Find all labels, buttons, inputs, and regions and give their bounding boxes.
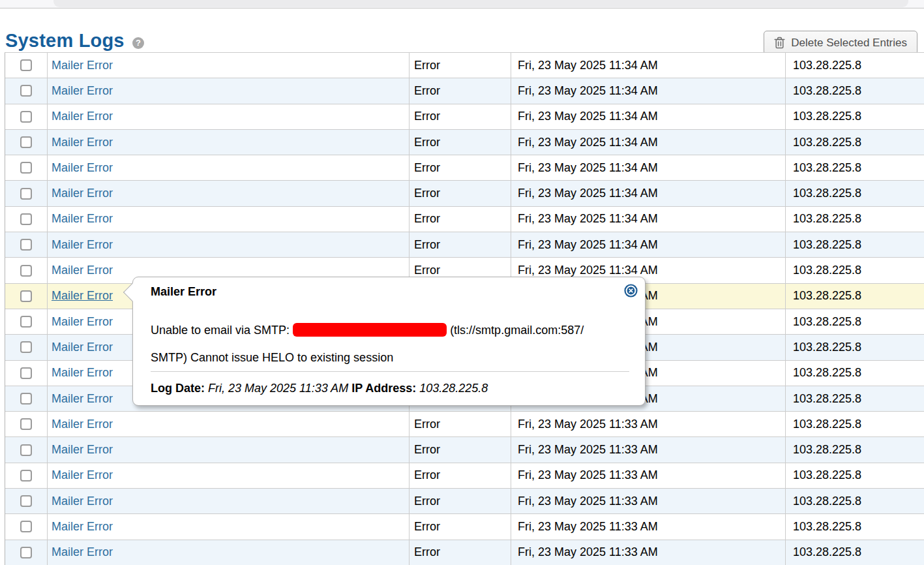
log-entry-link[interactable]: Mailer Error [52,341,113,354]
row-checkbox[interactable] [20,316,32,328]
log-entry-link[interactable]: Mailer Error [52,136,113,149]
log-name-cell: Mailer Error [48,53,410,78]
log-detail-popup: Mailer Error Unable to email via SMTP: (… [132,277,646,406]
delete-button-label: Delete Selected Entries [791,37,907,50]
log-date-cell: Fri, 23 May 2025 11:33 AM [511,463,786,488]
row-checkbox[interactable] [20,188,32,200]
log-entry-link[interactable]: Mailer Error [52,59,113,72]
log-entry-link[interactable]: Mailer Error [52,392,113,406]
row-checkbox[interactable] [20,393,32,405]
row-checkbox-cell [5,489,48,513]
row-checkbox-cell [5,540,48,565]
log-entry-link[interactable]: Mailer Error [52,418,113,431]
log-date-cell: Fri, 23 May 2025 11:33 AM [511,412,786,436]
row-checkbox-cell [5,463,48,488]
row-checkbox-cell [5,104,48,129]
log-ip-cell: 103.28.225.8 [786,104,924,129]
row-checkbox[interactable] [20,418,32,430]
log-entry-link[interactable]: Mailer Error [52,212,113,226]
row-checkbox[interactable] [20,213,32,225]
row-checkbox[interactable] [20,521,32,532]
ip-address-value: 103.28.225.8 [419,382,488,395]
log-type-cell: Error [410,130,511,155]
row-checkbox[interactable] [20,111,32,123]
log-date-cell: Fri, 23 May 2025 11:33 AM [511,540,786,565]
log-entry-link[interactable]: Mailer Error [52,110,113,123]
log-entry-link[interactable]: Mailer Error [52,187,113,200]
row-checkbox[interactable] [20,290,32,302]
page-header: System Logs ? Delete Selected Entries [0,9,924,52]
help-icon[interactable]: ? [132,37,144,49]
log-ip-cell: 103.28.225.8 [786,155,924,180]
popup-title: Mailer Error [151,284,629,299]
log-type-cell: Error [410,104,511,129]
log-name-cell: Mailer Error [48,130,410,155]
log-ip-cell: 103.28.225.8 [786,207,924,232]
delete-selected-entries-button[interactable]: Delete Selected Entries [764,31,917,55]
log-entry-link[interactable]: Mailer Error [52,161,113,175]
log-entry-link[interactable]: Mailer Error [52,366,113,380]
log-entry-link[interactable]: Mailer Error [52,315,113,329]
log-type-cell: Error [410,412,511,436]
log-ip-cell: 103.28.225.8 [786,309,924,334]
log-entry-link[interactable]: Mailer Error [52,520,113,534]
log-entry-link[interactable]: Mailer Error [52,443,113,457]
row-checkbox[interactable] [20,136,32,148]
log-type-cell: Error [410,540,511,565]
log-ip-cell: 103.28.225.8 [786,284,924,309]
log-entry-link[interactable]: Mailer Error [52,264,113,277]
row-checkbox[interactable] [20,162,32,174]
row-checkbox[interactable] [20,85,32,97]
log-date-cell: Fri, 23 May 2025 11:34 AM [511,104,786,129]
log-date-cell: Fri, 23 May 2025 11:34 AM [511,207,786,232]
log-entry-link[interactable]: Mailer Error [52,84,113,98]
log-name-cell: Mailer Error [48,412,410,436]
row-checkbox-cell [5,284,48,309]
table-row: Mailer ErrorErrorFri, 23 May 2025 11:33 … [5,540,924,565]
row-checkbox[interactable] [20,367,32,379]
table-row: Mailer ErrorErrorFri, 23 May 2025 11:33 … [5,412,924,437]
log-type-cell: Error [410,232,511,257]
log-date-cell: Fri, 23 May 2025 11:33 AM [511,489,786,513]
log-date-cell: Fri, 23 May 2025 11:34 AM [511,53,786,78]
log-date-cell: Fri, 23 May 2025 11:34 AM [511,130,786,155]
log-name-cell: Mailer Error [48,78,410,103]
table-row: Mailer ErrorErrorFri, 23 May 2025 11:33 … [5,514,924,540]
row-checkbox-cell [5,386,48,411]
table-row: Mailer ErrorErrorFri, 23 May 2025 11:34 … [5,104,924,130]
table-row: Mailer ErrorErrorFri, 23 May 2025 11:33 … [5,463,924,489]
row-checkbox-cell [5,130,48,155]
log-ip-cell: 103.28.225.8 [786,181,924,206]
row-checkbox[interactable] [20,444,32,456]
browser-tab-remnant [53,0,908,7]
log-date-cell: Fri, 23 May 2025 11:33 AM [511,437,786,462]
table-row: Mailer ErrorErrorFri, 23 May 2025 11:34 … [5,78,924,104]
log-type-cell: Error [410,181,511,206]
log-entry-link[interactable]: Mailer Error [52,545,113,559]
table-row: Mailer ErrorErrorFri, 23 May 2025 11:33 … [5,489,924,514]
log-name-cell: Mailer Error [48,181,410,206]
row-checkbox[interactable] [20,547,32,558]
row-checkbox[interactable] [20,239,32,251]
log-entry-link[interactable]: Mailer Error [52,238,113,252]
log-date-cell: Fri, 23 May 2025 11:33 AM [511,514,786,539]
row-checkbox[interactable] [20,265,32,277]
log-entry-link[interactable]: Mailer Error [52,468,113,482]
log-entry-link[interactable]: Mailer Error [52,495,113,508]
log-date-cell: Fri, 23 May 2025 11:34 AM [511,181,786,206]
popup-divider [151,371,629,372]
popup-footer: Log Date: Fri, 23 May 2025 11:33 AM IP A… [151,374,629,402]
row-checkbox[interactable] [20,495,32,507]
log-entry-link[interactable]: Mailer Error [52,289,113,303]
log-name-cell: Mailer Error [48,207,410,232]
row-checkbox[interactable] [20,59,32,71]
popup-message-line2: SMTP) Cannot issue HELO to existing sess… [151,344,629,371]
row-checkbox-cell [5,181,48,206]
log-ip-cell: 103.28.225.8 [786,78,924,103]
row-checkbox[interactable] [20,470,32,481]
row-checkbox[interactable] [20,341,32,353]
row-checkbox-cell [5,258,48,282]
table-row: Mailer ErrorErrorFri, 23 May 2025 11:34 … [5,155,924,181]
close-icon[interactable] [624,284,638,298]
log-name-cell: Mailer Error [48,514,410,539]
